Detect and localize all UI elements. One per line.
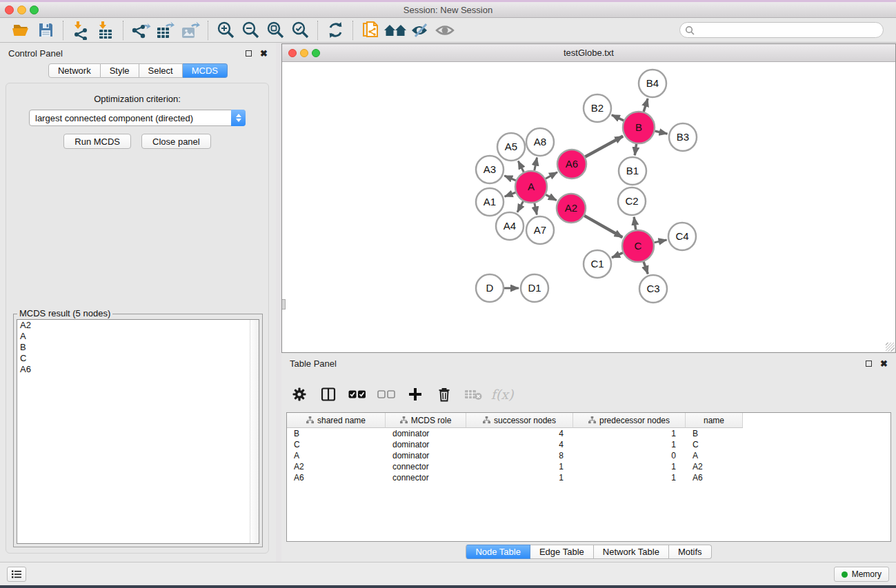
list-scrollbar[interactable] [250,320,259,543]
save-session-button[interactable] [33,20,58,41]
table-row[interactable]: A2connector11A2 [287,461,890,472]
column-header-shared-name[interactable]: shared name [287,413,386,428]
search-input[interactable] [695,26,878,35]
criterion-dropdown[interactable]: largest connected component (directed) [29,110,246,126]
import-network-button[interactable] [68,20,93,41]
edge-B-B1[interactable] [635,144,636,155]
deselect-all-button[interactable] [377,385,396,404]
table-cell: 1 [573,462,686,472]
task-history-button[interactable] [7,567,26,582]
edge-A-A8[interactable] [535,158,537,171]
edge-B-B2[interactable] [612,115,624,121]
graph-node-label: A8 [534,136,546,148]
tab-network-table[interactable]: Network Table [594,545,669,559]
refresh-icon [326,21,345,39]
mcds-result-item[interactable]: A6 [17,364,259,375]
eye-visible-button[interactable] [432,20,457,41]
close-panel-icon[interactable]: ✖ [260,49,268,58]
zoom-selected-button[interactable] [288,20,312,41]
close-network-button[interactable] [288,49,297,57]
graph-node-label: D1 [528,282,541,294]
edge-A-A5[interactable] [518,161,524,172]
table-cell: connector [386,462,466,472]
export-image-button[interactable] [178,20,203,41]
tab-motifs[interactable]: Motifs [669,545,712,559]
minimize-network-button[interactable] [300,49,308,57]
toolbar-separator [352,21,353,40]
mcds-result-item[interactable]: A [17,331,259,342]
edge-B-B4[interactable] [644,99,648,112]
function-builder-button[interactable]: f(x) [492,385,512,404]
edge-A2-C[interactable] [584,216,622,237]
mcds-result-item[interactable]: C [17,353,259,364]
run-mcds-button[interactable]: Run MCDS [63,134,131,149]
column-header-name[interactable]: name [686,413,743,428]
table-row[interactable]: Bdominator41B [287,428,890,439]
edge-C-C4[interactable] [654,240,666,243]
memory-button[interactable]: Memory [834,567,889,582]
eye-slash-icon [410,22,430,39]
mcds-result-list[interactable]: A2ABCA6 [17,319,259,544]
network-view-window: testGlobe.txt B4B2BB3B1A5A8A6A3AA1A2A4A7… [281,43,896,353]
window-resize-grip[interactable] [886,343,895,352]
edge-A-A4[interactable] [517,201,524,212]
tab-edge-table[interactable]: Edge Table [530,545,594,559]
edge-A-A7[interactable] [535,203,537,215]
edge-C-C3[interactable] [644,262,648,274]
graph-node-label: C [635,240,642,252]
delete-column-button[interactable] [435,385,454,404]
edge-B-B3[interactable] [655,131,667,134]
mcds-result-item[interactable]: B [17,342,259,353]
float-panel-icon[interactable] [246,50,252,57]
import-table-button[interactable] [93,20,118,41]
column-header-mcds-role[interactable]: MCDS role [386,413,466,428]
refresh-layout-button[interactable] [323,20,348,41]
open-session-button[interactable] [8,20,33,41]
edge-A-A6[interactable] [546,172,557,179]
tab-select[interactable]: Select [139,63,183,78]
delete-table-icon [464,388,482,401]
table-body: Bdominator41BCdominator41CAdominator80AA… [287,428,890,483]
zoom-network-button[interactable] [312,49,320,57]
select-all-button[interactable] [348,385,367,404]
edge-A-A3[interactable] [504,176,516,181]
tab-style[interactable]: Style [101,63,139,78]
zoom-in-button[interactable] [213,20,238,41]
network-window-titlebar[interactable]: testGlobe.txt [282,44,895,62]
table-row[interactable]: Cdominator41C [287,439,890,450]
column-header-predecessor-nodes[interactable]: predecessor nodes [573,413,686,428]
edge-A-A2[interactable] [546,194,557,200]
double-home-button[interactable] [383,20,408,41]
search-field[interactable] [679,22,884,38]
eye-hidden-button[interactable] [408,20,432,41]
delete-table-button[interactable] [464,385,483,404]
float-table-panel-icon[interactable] [866,361,872,367]
column-header-successor-nodes[interactable]: successor nodes [466,413,573,428]
edge-A-A1[interactable] [505,192,516,196]
canvas-edge-grip[interactable] [282,299,286,310]
zoom-out-button[interactable] [238,20,263,41]
network-document-button[interactable] [358,20,383,41]
close-panel-button[interactable]: Close panel [141,134,211,149]
table-settings-button[interactable] [290,385,309,404]
close-table-panel-icon[interactable]: ✖ [880,359,888,368]
export-network-button[interactable] [128,20,153,41]
show-columns-button[interactable] [319,385,338,404]
add-column-button[interactable] [406,385,425,404]
export-table-button[interactable] [153,20,178,41]
edge-C-C2[interactable] [634,217,636,230]
table-row[interactable]: A6connector11A6 [287,472,890,483]
gear-icon [292,387,307,402]
graph-node-label: C1 [590,258,604,270]
edge-A6-B[interactable] [585,136,623,156]
mcds-result-item[interactable]: A2 [17,320,259,331]
table-row[interactable]: Adominator80A [287,450,890,461]
zoom-fit-button[interactable] [263,20,288,41]
edge-C-C1[interactable] [612,253,623,258]
network-canvas[interactable]: B4B2BB3B1A5A8A6A3AA1A2A4A7C2CC4C1C3DD1 [282,62,895,352]
search-icon [685,26,695,35]
tab-mcds[interactable]: MCDS [183,63,228,78]
tab-network[interactable]: Network [48,63,101,78]
table-cell: 0 [573,451,686,460]
tab-node-table[interactable]: Node Table [466,545,530,559]
